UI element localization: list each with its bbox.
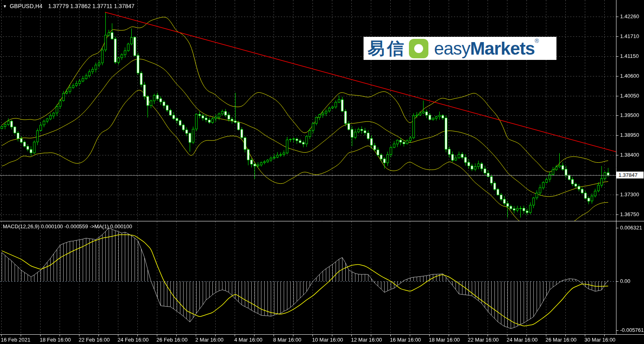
axis-tick-label: 1.41150 <box>620 53 639 59</box>
logo-green-square-icon <box>409 39 428 58</box>
logo-easy-text: easy <box>434 40 470 57</box>
logo-chinese-text: 易信 <box>368 40 407 57</box>
date-tick-label: 24 Feb 16:00 <box>118 337 149 343</box>
axis-tick-label: 1.40600 <box>620 73 639 79</box>
symbol-dropdown-icon[interactable]: ▼ <box>3 4 7 8</box>
chart-title-bar: ▼GBPUSD,H41.37779 1.37862 1.37711 1.3784… <box>3 3 135 9</box>
easymarkets-logo: 易信 easy Markets ® <box>364 37 556 60</box>
axis-tick-label: 1.37300 <box>620 191 639 197</box>
price-axis[interactable]: 1.422601.417101.411501.406001.400501.395… <box>616 0 644 335</box>
axis-tick-label: 1.42260 <box>620 13 639 19</box>
ohlc-values: 1.37779 1.37862 1.37711 1.37847 <box>48 3 135 9</box>
date-tick-label: 16 Mar 16:00 <box>390 337 421 343</box>
date-tick-label: 22 Mar 16:00 <box>468 337 499 343</box>
date-tick-label: 18 Mar 16:00 <box>429 337 460 343</box>
date-tick-label: 16 Feb 2021 <box>1 337 30 343</box>
axis-tick-label: 1.40050 <box>620 93 639 99</box>
time-axis[interactable]: 16 Feb 202118 Feb 16:0022 Feb 16:0024 Fe… <box>0 335 644 344</box>
axis-tick-label: 1.38400 <box>620 152 639 158</box>
date-tick-label: 22 Feb 16:00 <box>79 337 110 343</box>
axis-tick-label: 1.39500 <box>620 112 639 118</box>
axis-tick-label: 1.38950 <box>620 132 639 138</box>
symbol-timeframe-label: GBPUSD,H4 <box>10 3 43 9</box>
axis-tick-label: 1.36750 <box>620 211 639 217</box>
date-tick-label: 26 Mar 16:00 <box>546 337 577 343</box>
date-tick-label: 24 Mar 16:00 <box>507 337 538 343</box>
date-tick-label: 8 Mar 16:00 <box>273 337 301 343</box>
logo-markets-text: Markets <box>470 40 535 57</box>
date-tick-label: 18 Feb 16:00 <box>40 337 71 343</box>
date-tick-label: 4 Mar 16:00 <box>234 337 262 343</box>
axis-tick-label: 0.00 <box>620 278 630 284</box>
trading-chart-window: ▼GBPUSD,H41.37779 1.37862 1.37711 1.3784… <box>0 0 644 344</box>
axis-tick-label: -0.005761 <box>620 327 644 333</box>
axis-tick-label: 1.41710 <box>620 33 639 39</box>
macd-indicator-label: MACD(12,26,9) 0.000100 -0.000559 ->MA(1)… <box>3 223 132 229</box>
logo-registered-mark: ® <box>535 38 539 44</box>
current-price-badge: 1.37847 <box>616 172 644 178</box>
axis-tick-label: 0.006321 <box>620 225 642 231</box>
date-tick-label: 26 Feb 16:00 <box>156 337 188 343</box>
date-tick-label: 12 Mar 16:00 <box>351 337 382 343</box>
date-tick-label: 2 Mar 16:00 <box>195 337 223 343</box>
logo-white-circle-icon <box>414 44 423 53</box>
date-tick-label: 30 Mar 16:00 <box>584 337 616 343</box>
date-tick-label: 10 Mar 16:00 <box>312 337 343 343</box>
